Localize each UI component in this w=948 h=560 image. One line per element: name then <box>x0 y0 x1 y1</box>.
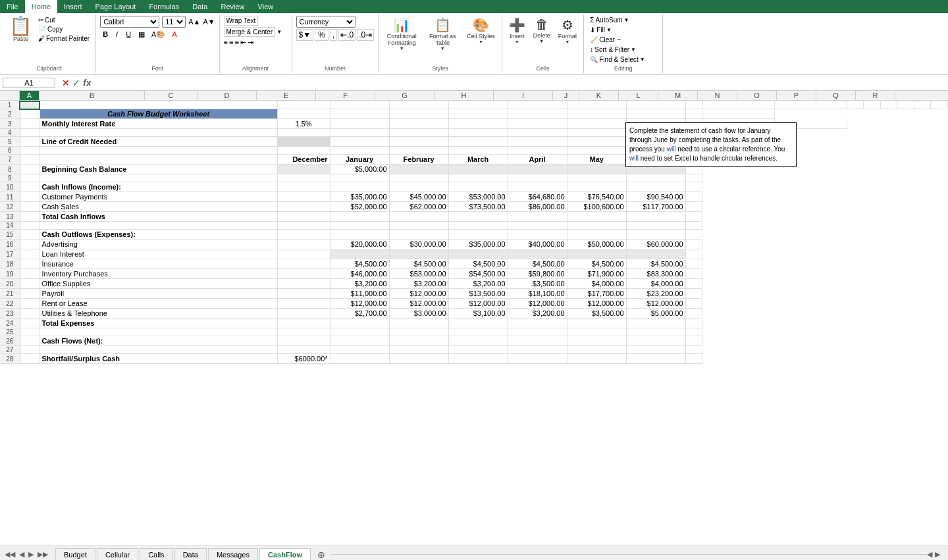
cell-e27[interactable] <box>389 346 448 354</box>
cell-f17[interactable] <box>448 249 508 259</box>
cell-j23[interactable] <box>685 309 702 318</box>
cell-f19[interactable]: $54,500.00 <box>448 269 508 279</box>
cell-c15[interactable] <box>277 230 330 240</box>
grid-scroll[interactable]: 1 <box>0 101 948 546</box>
col-header-f[interactable]: F <box>316 91 375 100</box>
cell-e13[interactable] <box>389 212 448 222</box>
font-size-select[interactable]: 11 <box>162 16 186 28</box>
cell-a13[interactable] <box>20 212 40 222</box>
decrease-decimal-button[interactable]: ⇤.0 <box>338 29 356 41</box>
cell-b11[interactable]: Customer Payments <box>40 192 277 202</box>
cell-i1[interactable] <box>626 101 685 109</box>
col-header-h[interactable]: H <box>434 91 494 100</box>
cell-a22[interactable] <box>20 299 40 309</box>
cell-a17[interactable] <box>20 249 40 259</box>
fill-dropdown[interactable]: ▼ <box>606 27 612 33</box>
cell-styles-button[interactable]: 🎨 Cell Styles ▼ <box>464 16 498 45</box>
cell-e26[interactable] <box>389 336 448 346</box>
cell-e8[interactable] <box>389 165 448 174</box>
cell-f24[interactable] <box>448 318 508 328</box>
cell-f11[interactable]: $53,000.00 <box>448 192 508 202</box>
cell-f12[interactable]: $73,500.00 <box>448 202 508 212</box>
cell-l1[interactable] <box>774 101 847 109</box>
conditional-formatting-button[interactable]: 📊 Conditional Formatting ▼ <box>382 16 421 52</box>
col-header-k[interactable]: K <box>579 91 619 100</box>
cell-i22[interactable]: $12,000.00 <box>626 299 685 309</box>
merge-center-button[interactable]: Merge & Center <box>224 27 276 37</box>
cell-b21[interactable]: Payroll <box>40 289 277 299</box>
col-header-g[interactable]: G <box>375 91 434 100</box>
cell-e25[interactable] <box>389 328 448 336</box>
cell-b25[interactable] <box>40 328 277 336</box>
underline-button[interactable]: U <box>123 29 134 39</box>
cell-a25[interactable] <box>20 328 40 336</box>
cell-e16[interactable]: $30,000.00 <box>389 240 448 249</box>
format-dropdown[interactable]: ▼ <box>566 39 570 44</box>
cell-c16[interactable] <box>277 240 330 249</box>
cell-d11[interactable]: $35,000.00 <box>330 192 389 202</box>
cell-h16[interactable]: $50,000.00 <box>567 240 626 249</box>
cell-d13[interactable] <box>330 212 389 222</box>
cell-p2[interactable] <box>626 109 685 119</box>
cell-b17[interactable]: Loan Interest <box>40 249 277 259</box>
cell-a15[interactable] <box>20 230 40 240</box>
italic-button[interactable]: I <box>113 29 120 39</box>
decrease-indent-button[interactable]: ⇤ <box>240 38 246 47</box>
cell-h28[interactable] <box>567 354 626 364</box>
cell-g27[interactable] <box>508 346 567 354</box>
cell-i13[interactable] <box>626 212 685 222</box>
cell-c18[interactable] <box>277 259 330 269</box>
cell-k2[interactable] <box>330 109 389 119</box>
cell-i16[interactable]: $60,000.00 <box>626 240 685 249</box>
align-right-button[interactable]: ≡ <box>234 38 238 47</box>
cancel-formula-icon[interactable]: ✕ <box>62 78 70 88</box>
cell-h11[interactable]: $76,540.00 <box>567 192 626 202</box>
cell-e1[interactable] <box>389 101 448 109</box>
cell-a9[interactable] <box>20 174 40 182</box>
cell-p1[interactable] <box>897 101 914 109</box>
cell-e14[interactable] <box>389 222 448 230</box>
cell-r2[interactable] <box>702 109 775 119</box>
cell-c12[interactable] <box>277 202 330 212</box>
cell-a2[interactable] <box>20 109 40 119</box>
cell-a28[interactable] <box>20 354 40 364</box>
cell-b16[interactable]: Advertising <box>40 240 277 249</box>
cell-a11[interactable] <box>20 192 40 202</box>
cell-h23[interactable]: $3,500.00 <box>567 309 626 318</box>
fs-dropdown[interactable]: ▼ <box>640 57 645 63</box>
cell-b13[interactable]: Total Cash Inflows <box>40 212 277 222</box>
cell-h13[interactable] <box>567 212 626 222</box>
sheet-scroll-left[interactable]: ◀ <box>927 550 932 559</box>
cell-c17[interactable] <box>277 249 330 259</box>
cell-g16[interactable]: $40,000.00 <box>508 240 567 249</box>
merge-dropdown[interactable]: ▼ <box>276 29 282 35</box>
cell-a6[interactable] <box>20 147 40 155</box>
cell-d23[interactable]: $2,700.00 <box>330 309 389 318</box>
border-button[interactable]: ▦ <box>136 30 147 39</box>
delete-dropdown[interactable]: ▼ <box>539 39 544 43</box>
tab-insert[interactable]: Insert <box>57 0 89 13</box>
cell-b23[interactable]: Utilities & Telephone <box>40 309 277 318</box>
cell-b26[interactable]: Cash Flows (Net): <box>40 336 277 346</box>
col-header-a[interactable]: A <box>20 91 40 100</box>
cell-g6[interactable] <box>508 147 567 155</box>
cell-j24[interactable] <box>685 318 702 328</box>
insert-button[interactable]: ➕ Insert ▼ <box>506 16 528 45</box>
increase-font-size-button[interactable]: A▲ <box>188 18 200 26</box>
cell-f27[interactable] <box>448 346 508 354</box>
tab-page-layout[interactable]: Page Layout <box>89 0 143 13</box>
cell-c1[interactable] <box>277 101 330 109</box>
sheet-nav-last[interactable]: ▶▶ <box>36 550 50 559</box>
cell-d6[interactable] <box>330 147 389 155</box>
cell-e19[interactable]: $53,000.00 <box>389 269 448 279</box>
cell-h9[interactable] <box>567 174 626 182</box>
cell-j10[interactable] <box>685 182 702 192</box>
col-header-b[interactable]: B <box>40 91 145 100</box>
cell-h4[interactable] <box>567 129 626 137</box>
cell-d17[interactable] <box>330 249 389 259</box>
cell-f7[interactable]: March <box>448 155 508 165</box>
cell-b4[interactable] <box>40 129 277 137</box>
confirm-formula-icon[interactable]: ✓ <box>72 78 80 88</box>
cell-e17[interactable] <box>389 249 448 259</box>
cell-c28[interactable]: $6000.00* <box>277 354 330 364</box>
